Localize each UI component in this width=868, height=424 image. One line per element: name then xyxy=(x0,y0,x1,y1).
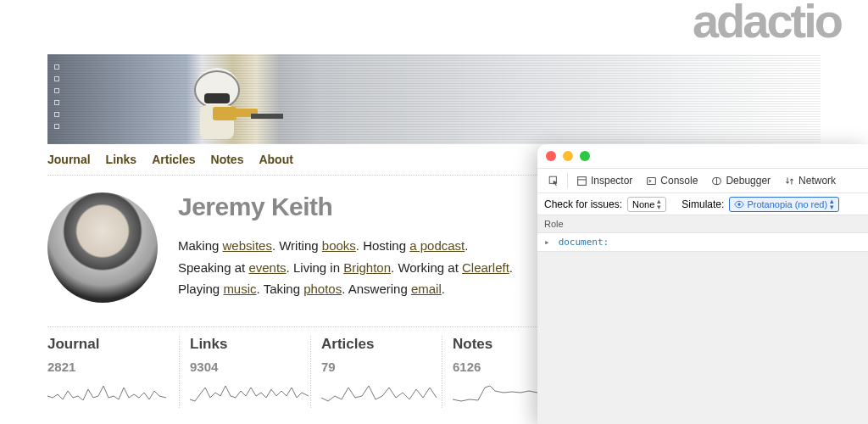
nav-about[interactable]: About xyxy=(259,153,292,166)
stat-journal[interactable]: Journal 2821 xyxy=(47,336,179,408)
banner-figure xyxy=(166,63,293,144)
sparkline xyxy=(321,379,440,404)
tab-inspector[interactable]: Inspector xyxy=(571,171,637,190)
eye-icon xyxy=(734,199,744,209)
bio-text: Making websites. Writing books. Hosting … xyxy=(178,235,513,300)
nav-notes[interactable]: Notes xyxy=(211,153,244,166)
stat-label: Journal xyxy=(47,336,179,353)
avatar xyxy=(47,192,158,303)
stat-count: 9304 xyxy=(190,360,310,374)
stat-articles[interactable]: Articles 79 xyxy=(310,336,442,408)
stat-label: Articles xyxy=(321,336,442,353)
bio: Jeremy Keith Making websites. Writing bo… xyxy=(178,192,513,303)
svg-rect-6 xyxy=(251,114,283,119)
link-podcast[interactable]: a podcast xyxy=(409,238,465,253)
pick-element-button[interactable] xyxy=(544,172,564,190)
tab-debugger[interactable]: Debugger xyxy=(706,171,776,190)
sparkline xyxy=(47,379,166,404)
chevron-updown-icon: ▴▾ xyxy=(657,198,661,210)
check-issues-select[interactable]: None ▴▾ xyxy=(627,197,666,212)
link-events[interactable]: events xyxy=(248,260,286,275)
stat-links[interactable]: Links 9304 xyxy=(179,336,310,408)
link-music[interactable]: music xyxy=(223,282,256,296)
profile-name: Jeremy Keith xyxy=(178,192,513,221)
banner-image xyxy=(47,54,821,144)
nav-articles[interactable]: Articles xyxy=(152,153,195,166)
devtools-filter-bar: Check for issues: None ▴▾ Simulate: Prot… xyxy=(537,193,868,215)
site-logo: adactio xyxy=(693,0,841,48)
link-websites[interactable]: websites xyxy=(223,238,272,253)
nav-journal[interactable]: Journal xyxy=(47,153,91,166)
maximize-icon[interactable] xyxy=(580,151,590,161)
link-books[interactable]: books xyxy=(322,238,356,253)
debugger-icon xyxy=(711,176,722,187)
tab-network[interactable]: Network xyxy=(779,171,841,190)
pointer-box-icon xyxy=(548,176,559,187)
close-icon[interactable] xyxy=(546,151,556,161)
film-holes xyxy=(54,64,59,129)
window-titlebar[interactable] xyxy=(537,144,868,168)
sparkline xyxy=(190,379,309,404)
simulate-label: Simulate: xyxy=(682,198,724,210)
stat-count: 79 xyxy=(321,360,442,374)
expand-arrow-icon[interactable]: ▸ xyxy=(544,237,553,248)
stat-label: Links xyxy=(190,336,310,353)
role-column-header: Role xyxy=(537,215,868,233)
network-icon xyxy=(784,176,795,187)
devtools-body: Role ▸ document: xyxy=(537,215,868,424)
tab-console[interactable]: Console xyxy=(641,171,703,190)
chevron-updown-icon: ▴▾ xyxy=(830,198,834,210)
simulate-select[interactable]: Protanopia (no red) ▴▾ xyxy=(729,197,839,212)
svg-rect-8 xyxy=(578,176,587,185)
tree-node-document[interactable]: document: xyxy=(559,237,609,248)
nav-links[interactable]: Links xyxy=(106,153,137,166)
devtools-tabs: Inspector Console Debugger Network xyxy=(537,168,868,193)
svg-point-13 xyxy=(738,203,741,205)
devtools-window: Inspector Console Debugger Network Check… xyxy=(537,144,868,424)
minimize-icon[interactable] xyxy=(563,151,573,161)
link-brighton[interactable]: Brighton xyxy=(343,260,391,275)
check-issues-label: Check for issues: xyxy=(544,198,622,210)
link-photos[interactable]: photos xyxy=(303,282,342,296)
stat-count: 2821 xyxy=(47,360,179,374)
link-clearleft[interactable]: Clearleft xyxy=(462,260,509,275)
accessibility-tree[interactable]: ▸ document: xyxy=(537,233,868,252)
link-email[interactable]: email xyxy=(411,282,442,296)
svg-rect-2 xyxy=(204,93,230,103)
inspector-icon xyxy=(576,176,587,187)
console-icon xyxy=(646,176,657,187)
